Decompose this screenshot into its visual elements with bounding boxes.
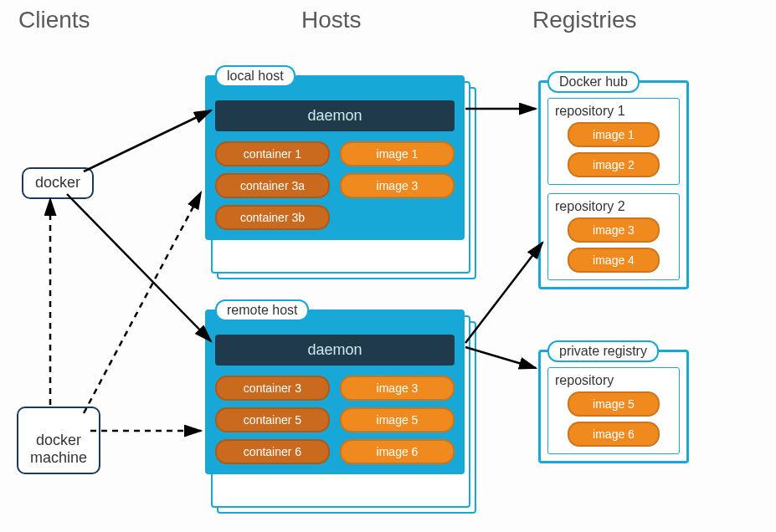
registry-docker-hub: Docker hub repository 1 image 1 image 2 … [538, 80, 689, 289]
registry-docker-hub-label: Docker hub [547, 71, 640, 93]
private-repo: repository image 5 image 6 [547, 367, 680, 454]
docker-hub-repo-2: repository 2 image 3 image 4 [547, 193, 680, 280]
arrow-machine-to-local [84, 192, 201, 413]
local-image-3: image 3 [340, 173, 455, 198]
docker-hub-repo-2-images: image 3 image 4 [555, 217, 672, 273]
host-remote-grid: container 3 image 3 container 5 image 5 … [215, 376, 455, 464]
host-local-grid: container 1 image 1 container 3a image 3… [215, 141, 455, 230]
remote-image-3: image 3 [340, 376, 455, 401]
private-repo-title: repository [555, 373, 672, 388]
host-local-daemon: daemon [215, 100, 455, 131]
arrow-docker-to-local [84, 110, 211, 171]
host-local: local host daemon container 1 image 1 co… [205, 75, 465, 240]
docker-hub-repo-1: repository 1 image 1 image 2 [547, 98, 680, 185]
client-docker: docker [22, 167, 94, 199]
registry-private-label: private registry [547, 340, 659, 362]
docker-hub-repo-2-title: repository 2 [555, 199, 672, 214]
docker-hub-repo-1-title: repository 1 [555, 104, 672, 119]
column-header-hosts: Hosts [301, 7, 362, 33]
remote-image-6: image 6 [340, 439, 455, 464]
client-docker-machine: docker machine [17, 407, 100, 474]
remote-container-3: container 3 [215, 376, 330, 401]
private-image-6: image 6 [568, 422, 660, 447]
hub-repo2-image-3: image 3 [568, 217, 660, 243]
local-container-1: container 1 [215, 141, 330, 166]
column-header-clients: Clients [18, 7, 90, 33]
local-image-1: image 1 [340, 141, 455, 166]
registry-private: private registry repository image 5 imag… [538, 350, 689, 463]
docker-hub-repo-1-images: image 1 image 2 [555, 122, 672, 177]
remote-container-5: container 5 [215, 407, 330, 432]
host-remote-daemon: daemon [215, 335, 455, 366]
remote-container-6: container 6 [215, 439, 330, 464]
arrow-remote-to-hub [465, 243, 542, 343]
local-container-3b: container 3b [215, 205, 330, 230]
local-container-3a: container 3a [215, 173, 330, 198]
arrow-docker-to-remote [67, 194, 211, 341]
column-header-registries: Registries [532, 7, 636, 33]
host-local-label: local host [215, 65, 295, 87]
host-remote: remote host daemon container 3 image 3 c… [205, 309, 465, 474]
hub-repo1-image-1: image 1 [568, 122, 660, 147]
remote-image-5: image 5 [340, 407, 455, 432]
private-repo-images: image 5 image 6 [555, 391, 672, 447]
hub-repo2-image-4: image 4 [568, 248, 660, 273]
client-docker-label: docker [35, 174, 80, 191]
host-remote-label: remote host [215, 299, 309, 321]
hub-repo1-image-2: image 2 [568, 152, 660, 177]
private-image-5: image 5 [568, 391, 660, 417]
client-docker-machine-label: docker machine [30, 432, 87, 467]
